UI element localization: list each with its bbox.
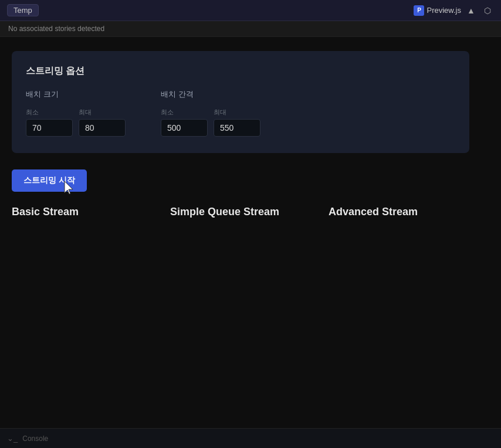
basic-stream-label: Basic Stream bbox=[12, 206, 170, 218]
batch-size-min-label: 최소 bbox=[26, 108, 73, 117]
top-bar: Temp P Preview.js ▲ ⬡ bbox=[0, 0, 501, 21]
top-bar-right: P Preview.js ▲ ⬡ bbox=[414, 4, 494, 17]
batch-interval-min-input[interactable] bbox=[161, 119, 208, 137]
batch-interval-inputs: 최소 최대 bbox=[161, 108, 260, 137]
preview-logo-text: Preview.js bbox=[426, 6, 461, 15]
notice-text: No associated stories detected bbox=[8, 25, 104, 33]
batch-interval-title: 배치 간격 bbox=[161, 89, 260, 100]
batch-interval-max-input[interactable] bbox=[214, 119, 260, 137]
console-icon: ⌄_ bbox=[7, 434, 18, 443]
console-bar: ⌄_ Console bbox=[0, 428, 501, 448]
batch-interval-max-group: 최대 bbox=[214, 108, 260, 137]
batch-interval-max-label: 최대 bbox=[214, 108, 260, 117]
simple-queue-stream-label: Simple Queue Stream bbox=[170, 206, 329, 218]
batch-size-min-group: 최소 bbox=[26, 108, 73, 137]
batch-interval-min-group: 최소 bbox=[161, 108, 208, 137]
batch-size-group: 배치 크기 최소 최대 bbox=[26, 89, 126, 137]
card-title: 스트리밍 옵션 bbox=[26, 65, 455, 77]
external-link-button[interactable]: ⬡ bbox=[481, 4, 494, 17]
preview-logo: P Preview.js bbox=[414, 5, 461, 16]
expand-button[interactable]: ▲ bbox=[465, 4, 478, 17]
options-row: 배치 크기 최소 최대 배치 간격 최소 bbox=[26, 89, 455, 137]
stream-types-row: Basic Stream Simple Queue Stream Advance… bbox=[12, 206, 489, 218]
top-bar-left: Temp bbox=[7, 4, 39, 16]
batch-size-max-input[interactable] bbox=[79, 119, 126, 137]
advanced-stream-label: Advanced Stream bbox=[329, 206, 487, 218]
batch-interval-group: 배치 간격 최소 최대 bbox=[161, 89, 260, 137]
batch-size-max-label: 최대 bbox=[79, 108, 126, 117]
batch-size-inputs: 최소 최대 bbox=[26, 108, 126, 137]
batch-size-title: 배치 크기 bbox=[26, 89, 126, 100]
stream-options-card: 스트리밍 옵션 배치 크기 최소 최대 배치 간격 bbox=[12, 51, 469, 153]
start-streaming-button[interactable]: 스트리밍 시작 bbox=[12, 169, 87, 192]
temp-badge: Temp bbox=[7, 4, 39, 16]
notice-bar: No associated stories detected bbox=[0, 21, 501, 37]
main-content: 스트리밍 옵션 배치 크기 최소 최대 배치 간격 bbox=[0, 37, 501, 232]
console-label: Console bbox=[22, 435, 48, 443]
batch-size-min-input[interactable] bbox=[26, 119, 73, 137]
batch-size-max-group: 최대 bbox=[79, 108, 126, 137]
preview-logo-icon: P bbox=[414, 5, 424, 16]
batch-interval-min-label: 최소 bbox=[161, 108, 208, 117]
